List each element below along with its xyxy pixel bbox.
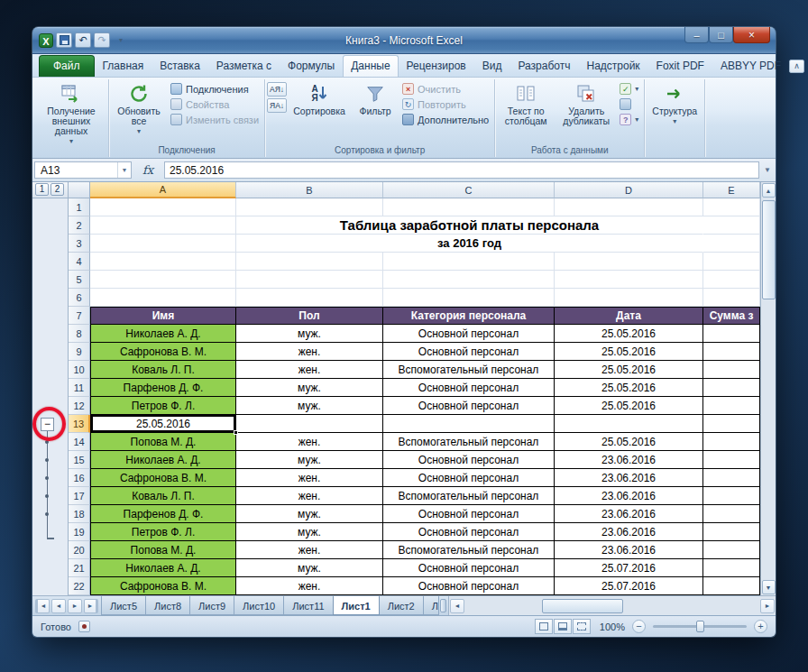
tab-addins[interactable]: Надстройк — [578, 55, 647, 77]
cell-E10[interactable] — [703, 361, 760, 379]
cell-B17[interactable]: жен. — [236, 487, 383, 505]
cell-D11[interactable]: 25.05.2016 — [555, 379, 703, 397]
cell-A21[interactable]: Николаев А. Д. — [90, 559, 236, 577]
cell-E17[interactable] — [703, 487, 760, 505]
zoom-slider-thumb[interactable] — [696, 621, 704, 632]
cell-C16[interactable]: Основной персонал — [383, 469, 555, 487]
horizontal-scrollbar[interactable]: ◄ ► — [448, 596, 776, 615]
scroll-right-icon[interactable]: ► — [760, 599, 775, 613]
formula-bar-expand-icon[interactable]: ▼ — [761, 166, 774, 174]
cell-E11[interactable] — [703, 379, 760, 397]
cell-B14[interactable]: жен. — [236, 433, 383, 451]
tab-abbyy-pdf[interactable]: ABBYY PDF — [712, 55, 789, 77]
redo-button[interactable]: ↷ — [94, 32, 110, 48]
cell-E6[interactable] — [703, 289, 760, 307]
save-button[interactable] — [56, 32, 72, 48]
row-header-11[interactable]: 11 — [69, 379, 90, 397]
cell-E1[interactable] — [703, 198, 760, 216]
cell-E21[interactable] — [703, 559, 760, 577]
cell-C14[interactable]: Вспомогательный персонал — [383, 433, 555, 451]
cell-A19[interactable]: Петров Ф. Л. — [90, 523, 236, 541]
scroll-left-icon[interactable]: ◄ — [450, 599, 464, 613]
cell-C11[interactable]: Основной персонал — [383, 379, 555, 397]
sheet-tab-Лист10[interactable]: Лист10 — [234, 596, 284, 615]
cell-A13[interactable]: 25.05.2016 — [90, 415, 236, 433]
cell-D4[interactable] — [555, 253, 703, 271]
cell-C15[interactable]: Основной персонал — [383, 451, 555, 469]
tab-foxit-pdf[interactable]: Foxit PDF — [648, 55, 712, 77]
cell-A9[interactable]: Сафронова В. М. — [90, 343, 236, 361]
cell-E5[interactable] — [703, 271, 760, 289]
cell-B9[interactable]: жен. — [236, 343, 383, 361]
sheet-tab-Лист11[interactable]: Лист11 — [283, 596, 333, 615]
cell-E4[interactable] — [703, 253, 760, 271]
cell-B18[interactable]: муж. — [236, 505, 383, 523]
cell-B2-merged[interactable]: Таблица заработной платы персонала — [236, 216, 703, 235]
row-header-3[interactable]: 3 — [69, 235, 90, 253]
cell-B21[interactable]: муж. — [236, 559, 383, 577]
row-header-7[interactable]: 7 — [69, 307, 90, 325]
row-header-14[interactable]: 14 — [69, 433, 90, 451]
row-header-9[interactable]: 9 — [69, 343, 90, 361]
cell-E12[interactable] — [703, 397, 760, 415]
cell-B8[interactable]: муж. — [236, 325, 383, 343]
previous-sheet-button[interactable]: ◄ — [51, 599, 66, 613]
first-sheet-button[interactable]: ◄ — [35, 599, 50, 613]
refresh-all-button[interactable]: Обновить все ▾ — [111, 80, 167, 144]
tab-data[interactable]: Данные — [343, 55, 398, 77]
cell-C4[interactable] — [383, 253, 555, 271]
column-header-B[interactable]: B — [236, 182, 383, 198]
cell-E18[interactable] — [703, 505, 760, 523]
cell-E16[interactable] — [703, 469, 760, 487]
fill-handle[interactable] — [234, 430, 238, 435]
cell-A12[interactable]: Петров Ф. Л. — [90, 397, 236, 415]
cell-C5[interactable] — [383, 271, 555, 289]
cell-B16[interactable]: жен. — [236, 469, 383, 487]
properties-button[interactable]: Свойства — [169, 97, 262, 111]
row-header-16[interactable]: 16 — [69, 469, 90, 487]
row-header-2[interactable]: 2 — [69, 216, 90, 235]
cell-C1[interactable] — [383, 198, 555, 216]
tab-developer[interactable]: Разработч — [510, 55, 578, 77]
next-sheet-button[interactable]: ► — [68, 599, 82, 613]
cell-B19[interactable]: муж. — [236, 523, 383, 541]
cell-A8[interactable]: Николаев А. Д. — [90, 325, 236, 343]
cell-C8[interactable]: Основной персонал — [383, 325, 555, 343]
cell-A22[interactable]: Сафронова В. М. — [90, 577, 236, 595]
cell-A2[interactable] — [90, 216, 236, 235]
name-box-dropdown-icon[interactable]: ▼ — [117, 162, 131, 178]
cell-C13[interactable] — [383, 415, 555, 433]
cell-D15[interactable]: 23.06.2016 — [555, 451, 703, 469]
cell-C22[interactable]: Основной персонал — [383, 577, 555, 595]
row-header-8[interactable]: 8 — [69, 325, 90, 343]
cell-B3-merged[interactable]: за 2016 год — [236, 235, 703, 253]
cell-A16[interactable]: Сафронова В. М. — [90, 469, 236, 487]
cell-E9[interactable] — [703, 343, 760, 361]
cell-C7[interactable]: Категория персонала — [383, 307, 555, 325]
cell-C10[interactable]: Вспомогательный персонал — [383, 361, 555, 379]
cell-A17[interactable]: Коваль Л. П. — [90, 487, 236, 505]
normal-view-button[interactable] — [535, 619, 553, 634]
cell-D18[interactable]: 23.06.2016 — [555, 505, 703, 523]
undo-button[interactable]: ↶ — [75, 32, 91, 48]
get-external-data-button[interactable]: Получение внешних данных ▾ — [36, 80, 106, 147]
cell-E8[interactable] — [703, 325, 760, 343]
cell-D1[interactable] — [555, 198, 703, 216]
cell-D13[interactable] — [555, 415, 703, 433]
last-sheet-button[interactable]: ► — [84, 599, 98, 613]
sheet-tab-Лист2[interactable]: Лист2 — [379, 596, 424, 615]
tab-home[interactable]: Главная — [95, 55, 152, 77]
sort-descending-button[interactable]: ЯА↓ — [267, 98, 287, 113]
cell-B13[interactable] — [236, 415, 383, 433]
cell-C17[interactable]: Вспомогательный персонал — [383, 487, 555, 505]
cell-B12[interactable]: муж. — [236, 397, 383, 415]
cell-A4[interactable] — [90, 253, 236, 271]
tab-file[interactable]: Файл — [39, 55, 95, 77]
cell-D10[interactable]: 25.05.2016 — [555, 361, 703, 379]
cell-B11[interactable]: муж. — [236, 379, 383, 397]
remove-duplicates-button[interactable]: Удалить дубликаты — [556, 80, 616, 144]
outline-level-2-button[interactable]: 2 — [50, 183, 64, 196]
horizontal-scroll-thumb[interactable] — [542, 599, 623, 613]
cell-E20[interactable] — [703, 541, 760, 559]
cell-D8[interactable]: 25.05.2016 — [555, 325, 703, 343]
